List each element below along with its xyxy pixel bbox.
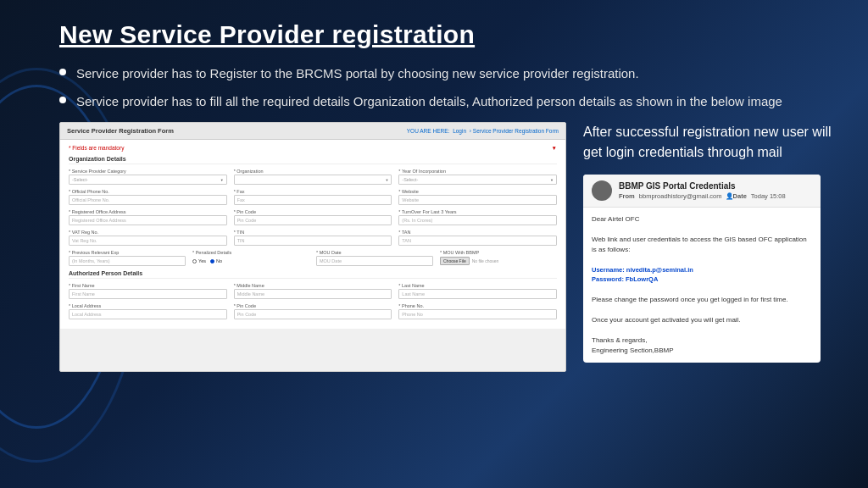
select-category[interactable]: -Select-	[69, 175, 227, 185]
email-line-10: Once your account get activated you will…	[592, 315, 812, 325]
label-first-name: * First Name	[69, 283, 227, 288]
email-from-address: bbmproadhistory@gmail.com	[639, 192, 722, 200]
label-turnover: * TurnOver For Last 3 Years	[398, 209, 557, 214]
email-header-info: BBMP GIS Portal Credentials From bbmproa…	[619, 181, 786, 200]
label-tin: * TIN	[234, 230, 392, 235]
field-penalized: * Penalized Details Yes No	[192, 250, 309, 266]
label-local-pin: * Pin Code	[234, 303, 392, 308]
email-line-regards: Engineering Section,BBMP	[592, 346, 812, 356]
email-line-8: Please change the password once you get …	[592, 295, 812, 305]
file-choose: Choose File No file chosen	[440, 256, 557, 266]
org-row-3: * Registered Office Address Registered O…	[69, 209, 557, 225]
label-last-name: * Last Name	[398, 283, 557, 288]
input-pincode[interactable]: Pin Code	[234, 215, 392, 225]
content-row: Service Provider Registration Form YOU A…	[59, 122, 834, 372]
radio-yes[interactable]: Yes	[192, 258, 206, 263]
input-vat[interactable]: Vat Reg No.	[69, 236, 227, 246]
auth-row-1: * First Name First Name * Middle Name Mi…	[69, 283, 557, 299]
field-category: * Service Provider Category -Select-	[69, 169, 227, 185]
label-year: * Year Of Incorporation	[398, 169, 557, 174]
field-website: * Website Website	[398, 189, 557, 205]
org-row-4: * VAT Reg No. Vat Reg No. * TIN TIN * TA…	[69, 230, 557, 246]
label-penalized: * Penalized Details	[192, 250, 309, 255]
label-middle-name: * Middle Name	[234, 283, 392, 288]
bullet-list: Service provider has to Register to the …	[59, 64, 834, 110]
email-from-row: From bbmproadhistory@gmail.com 👤 Date To…	[619, 192, 786, 200]
field-local-address: * Local Address Local Address	[69, 303, 227, 319]
email-line-4	[592, 255, 812, 265]
field-last-name: * Last Name Last Name	[398, 283, 557, 299]
email-from-label: From	[619, 192, 635, 200]
radio-yes-circle[interactable]	[192, 259, 197, 263]
input-first-name[interactable]: First Name	[69, 289, 227, 299]
bullet-dot-1	[59, 69, 66, 75]
field-fax: * Fax Fax	[234, 189, 392, 205]
form-screenshot: Service Provider Registration Form YOU A…	[59, 122, 566, 372]
email-subject: BBMP GIS Portal Credentials	[619, 181, 786, 191]
email-from-info: From bbmproadhistory@gmail.com 👤	[619, 192, 733, 200]
form-body: * Fields are mandatory ▼ Organization De…	[60, 140, 565, 329]
collapse-icon[interactable]: ▼	[552, 145, 557, 151]
email-line-2	[592, 225, 812, 235]
authorized-section-title: Authorized Person Details	[69, 270, 557, 279]
select-year[interactable]: -Select-	[398, 175, 557, 185]
field-turnover: * TurnOver For Last 3 Years (Rs. In Cror…	[398, 209, 557, 225]
input-local-pin[interactable]: Pin Code	[234, 309, 392, 319]
select-organization[interactable]	[234, 175, 392, 185]
breadcrumb-login-link[interactable]: Login	[453, 128, 466, 134]
bullet-text-1: Service provider has to Register to the …	[76, 64, 639, 82]
field-phone: * Official Phone No. Official Phone No.	[69, 189, 227, 205]
auth-row-2: * Local Address Local Address * Pin Code…	[69, 303, 557, 319]
input-local-address[interactable]: Local Address	[69, 309, 227, 319]
field-local-pin: * Pin Code Pin Code	[234, 303, 392, 319]
field-mou-date: * MOU Date MOU Date	[316, 250, 433, 266]
label-fax: * Fax	[234, 189, 392, 194]
form-header: Service Provider Registration Form YOU A…	[60, 123, 565, 140]
email-username: Username: nivedita.p@seminal.in	[592, 265, 812, 274]
main-content: New Service Provider registration Servic…	[0, 0, 868, 389]
after-registration-text: After successful registration new user w…	[583, 122, 834, 163]
input-tan[interactable]: TAN	[398, 236, 557, 246]
bullet-item-1: Service provider has to Register to the …	[59, 64, 834, 82]
page-title: New Service Provider registration	[59, 20, 834, 49]
input-exp[interactable]: (In Months, Years)	[69, 256, 186, 266]
label-organization: * Organization	[234, 169, 392, 174]
email-screenshot: BBMP GIS Portal Credentials From bbmproa…	[583, 175, 821, 363]
org-row-1: * Service Provider Category -Select- * O…	[69, 169, 557, 185]
email-header: BBMP GIS Portal Credentials From bbmproa…	[583, 175, 821, 208]
field-middle-name: * Middle Name Middle Name	[234, 283, 392, 299]
label-vat: * VAT Reg No.	[69, 230, 227, 235]
org-row-5: * Previous Relevant Exp (In Months, Year…	[69, 250, 557, 266]
field-year: * Year Of Incorporation -Select-	[398, 169, 557, 185]
email-body: Dear Airtel OFC Web link and user creden…	[583, 208, 821, 363]
input-website[interactable]: Website	[398, 195, 557, 205]
input-middle-name[interactable]: Middle Name	[234, 289, 392, 299]
input-address[interactable]: Registered Office Address	[69, 215, 227, 225]
input-turnover[interactable]: (Rs. In Crores)	[398, 215, 557, 225]
input-phone-no[interactable]: Phone No	[398, 309, 557, 319]
no-file-label: No file chosen	[472, 258, 499, 263]
breadcrumb-current: Service Provider Registration Form	[473, 128, 559, 134]
label-exp: * Previous Relevant Exp	[69, 250, 186, 255]
organization-section-title: Organization Details	[69, 156, 557, 164]
radio-no-circle[interactable]	[210, 259, 214, 263]
field-phone-no: * Phone No. Phone No	[398, 303, 557, 319]
label-address: * Registered Office Address	[69, 209, 227, 214]
field-first-name: * First Name First Name	[69, 283, 227, 299]
field-address: * Registered Office Address Registered O…	[69, 209, 227, 225]
email-date-label: Date	[733, 192, 747, 200]
label-phone: * Official Phone No.	[69, 189, 227, 194]
radio-no[interactable]: No	[210, 258, 222, 263]
email-line-7	[592, 285, 812, 295]
choose-file-button[interactable]: Choose File	[440, 257, 470, 265]
label-website: * Website	[398, 189, 557, 194]
input-fax[interactable]: Fax	[234, 195, 392, 205]
label-mou-date: * MOU Date	[316, 250, 433, 255]
form-header-title: Service Provider Registration Form	[67, 127, 174, 135]
input-phone[interactable]: Official Phone No.	[69, 195, 227, 205]
input-mou-date[interactable]: MOU Date	[316, 256, 433, 266]
bullet-item-2: Service provider has to fill all the req…	[59, 92, 834, 110]
input-last-name[interactable]: Last Name	[398, 289, 557, 299]
email-date-info: Date Today 15:08	[733, 192, 786, 200]
input-tin[interactable]: TIN	[234, 236, 392, 246]
